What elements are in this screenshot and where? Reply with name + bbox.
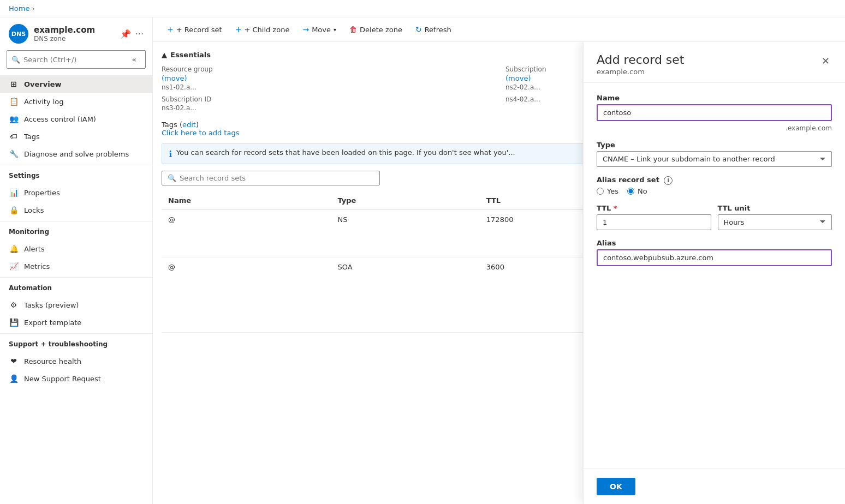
move-button[interactable]: → Move ▾	[297, 22, 342, 37]
name-label: Name	[597, 94, 832, 102]
sidebar-item-label: Activity log	[24, 98, 64, 106]
sidebar-search-box[interactable]: 🔍 «	[7, 50, 146, 69]
essentials-chevron-icon: ▲	[162, 51, 167, 59]
alerts-icon: 🔔	[9, 244, 19, 253]
info-icon: ℹ	[169, 149, 172, 159]
sidebar-item-label: Properties	[24, 189, 60, 197]
access-control-icon: 👥	[9, 115, 19, 123]
type-label: Type	[597, 141, 832, 149]
breadcrumb-home[interactable]: Home	[9, 4, 29, 13]
metrics-icon: 📈	[9, 262, 19, 271]
sidebar-item-label: Diagnose and solve problems	[24, 150, 129, 158]
main-content: + + Record set + + Child zone → Move ▾ 🗑…	[153, 17, 845, 504]
alias-field-group: Alias	[597, 239, 832, 266]
sidebar-item-label: Export template	[24, 319, 81, 327]
search-icon: 🔍	[11, 56, 20, 64]
ok-button[interactable]: OK	[597, 478, 635, 495]
sidebar-item-label: Tasks (preview)	[24, 301, 79, 309]
panel-title: Add record set	[597, 53, 684, 67]
panel-header: Add record set example.com ✕	[584, 42, 845, 83]
record-name: @	[162, 209, 331, 257]
alias-no-option[interactable]: No	[627, 187, 647, 195]
alias-yes-radio[interactable]	[597, 188, 604, 195]
alias-input[interactable]	[597, 249, 832, 266]
sidebar-item-properties[interactable]: 📊 Properties	[0, 184, 152, 201]
sidebar-item-alerts[interactable]: 🔔 Alerts	[0, 240, 152, 257]
sidebar-item-label: Overview	[24, 80, 62, 88]
resource-group-move-link[interactable]: (move)	[162, 74, 187, 82]
sidebar-item-new-support[interactable]: 👤 New Support Request	[0, 370, 152, 387]
export-icon: 💾	[9, 318, 19, 327]
alias-record-set-group: Alias record set i Yes No	[597, 176, 832, 195]
panel-footer: OK	[584, 469, 845, 504]
sidebar-item-tasks[interactable]: ⚙ Tasks (preview)	[0, 296, 152, 314]
panel-close-button[interactable]: ✕	[819, 53, 832, 69]
record-type: SOA	[331, 257, 479, 333]
alias-info-icon[interactable]: i	[664, 176, 673, 185]
delete-icon: 🗑	[349, 25, 357, 34]
sidebar-item-label: Tags	[24, 133, 40, 141]
locks-icon: 🔒	[9, 206, 19, 214]
tags-add-link[interactable]: Click here to add tags	[162, 129, 239, 137]
pin-icon[interactable]: 📌	[120, 29, 131, 39]
collapse-button[interactable]: «	[127, 53, 141, 66]
add-record-set-panel: Add record set example.com ✕ Name .examp…	[583, 42, 845, 504]
name-input[interactable]	[597, 104, 832, 121]
tasks-icon: ⚙	[9, 301, 19, 309]
more-icon[interactable]: ···	[135, 29, 144, 39]
sidebar-actions[interactable]: 📌 ···	[120, 29, 144, 39]
resource-group-row: Resource group (move) ns1-02.a...	[162, 65, 492, 91]
ttl-unit-select[interactable]: Hours Seconds Minutes Days	[718, 214, 832, 230]
type-select[interactable]: CNAME – Link your subdomain to another r…	[597, 151, 832, 167]
sidebar-item-locks[interactable]: 🔒 Locks	[0, 201, 152, 219]
alias-yes-option[interactable]: Yes	[597, 187, 618, 195]
content-area: ▲ Essentials Resource group (move) ns1-0…	[153, 42, 845, 504]
ttl-input[interactable]	[597, 214, 711, 230]
resource-health-icon: ❤	[9, 357, 19, 365]
ttl-field-group: TTL	[597, 204, 711, 230]
sidebar: DNS example.com DNS zone 📌 ··· 🔍 « ⊞ Ove…	[0, 17, 153, 504]
refresh-button[interactable]: ↻ Refresh	[410, 22, 457, 37]
resource-subtitle: DNS zone	[34, 35, 115, 43]
sidebar-item-label: Metrics	[24, 262, 50, 271]
search-records-input[interactable]	[180, 174, 374, 182]
sidebar-item-label: Access control (IAM)	[24, 115, 96, 123]
delete-zone-button[interactable]: 🗑 Delete zone	[344, 22, 408, 37]
sidebar-item-activity-log[interactable]: 📋 Activity log	[0, 93, 152, 110]
tags-icon: 🏷	[9, 132, 19, 141]
record-type: NS	[331, 209, 479, 257]
sidebar-item-overview[interactable]: ⊞ Overview	[0, 75, 152, 93]
avatar: DNS	[9, 24, 28, 44]
section-monitoring: Monitoring	[0, 221, 152, 238]
add-child-zone-button[interactable]: + + Child zone	[230, 22, 295, 37]
move-chevron-icon: ▾	[334, 27, 336, 33]
search-input[interactable]	[23, 56, 124, 64]
subscription-move-link[interactable]: (move)	[505, 74, 531, 82]
tags-edit-link[interactable]: edit	[182, 121, 196, 129]
sidebar-item-label: Resource health	[24, 357, 81, 365]
alias-no-radio[interactable]	[627, 188, 634, 195]
ttl-unit-label: TTL unit	[718, 204, 832, 212]
add-child-zone-icon: +	[235, 25, 242, 34]
sidebar-item-access-control[interactable]: 👥 Access control (IAM)	[0, 110, 152, 128]
sidebar-item-resource-health[interactable]: ❤ Resource health	[0, 352, 152, 370]
toolbar: + + Record set + + Child zone → Move ▾ 🗑…	[153, 17, 845, 42]
subscription-id-row: Subscription ID ns3-02.a...	[162, 95, 492, 112]
record-name: @	[162, 257, 331, 333]
search-records-box[interactable]: 🔍	[162, 171, 380, 185]
alias-radio-group: Yes No	[597, 187, 832, 195]
new-support-icon: 👤	[9, 374, 19, 383]
sidebar-item-tags[interactable]: 🏷 Tags	[0, 128, 152, 145]
ttl-label: TTL	[597, 204, 711, 212]
sidebar-item-label: Locks	[24, 206, 44, 214]
sidebar-item-label: Alerts	[24, 245, 45, 253]
col-type: Type	[331, 192, 479, 209]
panel-body: Name .example.com Type CNAME – Link your…	[584, 83, 845, 469]
add-record-set-button[interactable]: + + Record set	[162, 22, 228, 37]
sidebar-title-area: example.com DNS zone	[34, 25, 115, 43]
sidebar-item-export[interactable]: 💾 Export template	[0, 314, 152, 331]
sidebar-item-diagnose[interactable]: 🔧 Diagnose and solve problems	[0, 145, 152, 163]
col-name: Name	[162, 192, 331, 209]
sidebar-item-metrics[interactable]: 📈 Metrics	[0, 257, 152, 275]
diagnose-icon: 🔧	[9, 149, 19, 158]
